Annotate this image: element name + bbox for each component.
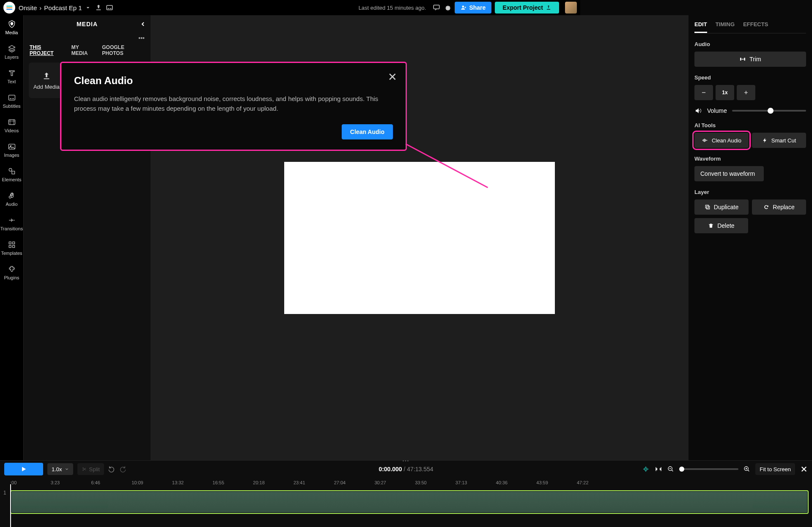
rail-label: Templates [1,251,22,256]
svg-rect-14 [9,242,11,244]
upload-icon [42,71,51,80]
rail-label: Images [4,153,19,158]
svg-rect-4 [107,8,109,9]
rail-label: Transitions [0,226,23,231]
svg-rect-1 [6,7,12,8]
svg-rect-9 [8,120,15,125]
modal-close-button[interactable]: ✕ [388,71,397,84]
export-label: Export Project [502,4,543,11]
rail-elements[interactable]: Elements [0,162,23,187]
rail-label: Audio [5,202,17,207]
media-title: MEDIA [77,21,98,27]
captions-icon[interactable] [106,4,113,11]
upload-icon[interactable] [95,4,102,11]
modal-title: Clean Audio [74,75,393,87]
svg-rect-0 [6,6,12,7]
svg-rect-5 [110,8,111,9]
rail-videos[interactable]: Videos [0,113,23,138]
rail-transitions[interactable]: Transitions [0,211,23,236]
rail-label: Videos [5,128,19,133]
share-button[interactable]: Share [455,2,491,14]
person-add-icon [461,5,466,11]
modal-clean-audio-button[interactable]: Clean Audio [342,124,393,139]
canvas[interactable] [284,162,555,314]
app-logo[interactable] [3,2,15,14]
app-header: Onsite › Podcast Ep 1 Last edited 15 min… [0,0,580,15]
breadcrumb-parent: Onsite [19,4,37,11]
svg-rect-3 [107,5,112,10]
svg-point-12 [9,168,12,171]
rail-templates[interactable]: Templates [0,236,23,260]
rail-label: Text [7,79,16,84]
add-media-button[interactable]: Add Media [29,63,64,98]
svg-rect-8 [8,95,15,100]
breadcrumb[interactable]: Onsite › Podcast Ep 1 [19,4,91,11]
comments-icon[interactable] [433,4,440,11]
rail-media[interactable]: Media [0,15,23,40]
media-tabs: THIS PROJECT MY MEDIA GOOGLE PHOTOS [24,43,151,57]
svg-rect-13 [12,171,15,174]
svg-point-7 [462,5,464,8]
modal-body: Clean audio intelligently removes backgr… [74,94,393,113]
rail-audio[interactable]: Audio [0,187,23,211]
breadcrumb-child: Podcast Ep 1 [44,4,82,11]
rail-subtitles[interactable]: Subtitles [0,89,23,113]
gear-icon[interactable] [444,4,451,11]
media-header: MEDIA [24,15,151,33]
export-button[interactable]: Export Project [495,2,559,14]
svg-rect-15 [12,242,14,244]
rail-images[interactable]: Images [0,138,23,162]
media-tab-my-media[interactable]: MY MEDIA [71,44,96,56]
rail-label: Layers [5,55,19,60]
collapse-icon[interactable] [140,21,146,27]
svg-rect-6 [434,5,440,9]
export-icon [546,5,551,11]
rail-layers[interactable]: Layers [0,40,23,64]
media-tab-this-project[interactable]: THIS PROJECT [30,44,65,56]
rail-plugins[interactable]: Plugins [0,260,23,285]
svg-rect-16 [9,246,11,248]
breadcrumb-sep: › [39,4,41,11]
chevron-down-icon[interactable] [85,4,91,11]
svg-rect-17 [12,246,14,248]
rail-label: Elements [2,177,22,182]
rail-label: Plugins [4,275,19,280]
share-label: Share [469,4,486,11]
media-tab-google-photos[interactable]: GOOGLE PHOTOS [102,44,145,56]
svg-rect-2 [6,9,12,10]
rail-text[interactable]: Text [0,64,23,89]
clean-audio-modal: Clean Audio ✕ Clean audio intelligently … [60,62,407,151]
rail-label: Subtitles [3,104,20,109]
avatar[interactable] [565,2,577,14]
add-media-label: Add Media [33,84,60,90]
last-edited-text: Last edited 15 minutes ago. [359,5,426,11]
media-more-icon[interactable]: ••• [24,33,151,43]
rail-label: Media [5,30,18,35]
nav-rail: Media Layers Text Subtitles Videos Image… [0,15,24,377]
